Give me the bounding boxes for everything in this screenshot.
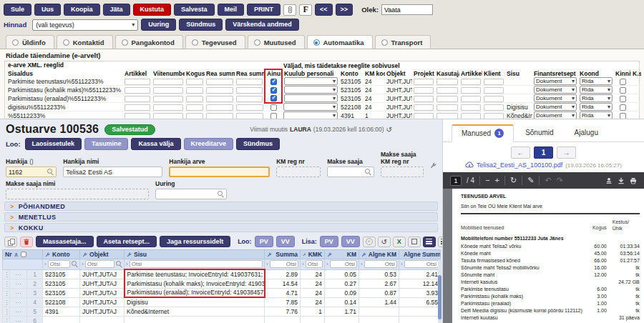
ainus-checkbox[interactable] (270, 113, 277, 119)
kinnita-checkbox[interactable] (620, 79, 626, 85)
summa-cell[interactable]: 14.54 (265, 279, 301, 288)
ainus-checkbox[interactable] (270, 79, 277, 85)
ainus-checkbox[interactable] (270, 104, 277, 111)
rea-summa-kun-input[interactable] (236, 113, 263, 119)
makse-saaja-km-input[interactable] (381, 167, 424, 177)
section-kokku[interactable]: >KOKKU (4, 223, 438, 232)
delete-rows-button[interactable] (20, 237, 33, 247)
kinnita-checkbox[interactable] (620, 87, 626, 94)
algne-km-cell[interactable] (359, 316, 399, 323)
km-filter-input[interactable] (330, 260, 357, 268)
rea-summa-kun-input[interactable] (236, 104, 263, 111)
uuring-button[interactable]: Uuring (141, 19, 176, 31)
drag-handle[interactable]: ⋮ (3, 279, 10, 288)
lisa-pv-button[interactable]: PV (320, 236, 338, 248)
konto-cell[interactable]: 523105 (43, 288, 80, 297)
pdf-viewer[interactable]: TEENUSED ARVEL Siin on Teie OÜ Meie Klie… (443, 189, 644, 323)
normal-view-button[interactable] (438, 237, 442, 247)
drag-handle[interactable]: ⋮ (3, 269, 10, 279)
koond-select[interactable]: Rida▾ (580, 103, 613, 111)
pdf-page-input[interactable]: 1 (450, 176, 462, 186)
pager-prev-button[interactable]: ← (511, 146, 530, 159)
sundmus-create-button[interactable]: Sündmus (236, 138, 280, 150)
rea-summa-kun-input[interactable] (236, 79, 263, 85)
tab-automaatika[interactable]: Automaatika (307, 35, 373, 49)
klient-input[interactable] (484, 87, 504, 94)
sisu-filter-input[interactable] (130, 260, 263, 268)
tab-ajalugu[interactable]: Ajalugu (565, 124, 608, 141)
attachment-file-link[interactable]: Telisa2_Eesti_AS_100100.pdf (477, 162, 562, 169)
artikkel-input[interactable] (125, 113, 150, 119)
ainus-checkbox[interactable] (270, 95, 277, 101)
meil-button[interactable]: Meil (218, 4, 245, 16)
tasumine-button[interactable]: Tasumine (84, 138, 128, 150)
drag-handle[interactable]: ⋮ (3, 316, 10, 323)
pager-next-button[interactable]: → (557, 146, 576, 159)
projekt-input[interactable] (414, 87, 434, 94)
artikkel2-input[interactable] (461, 113, 481, 119)
varskenda-andmed-button[interactable]: Värskenda andmed (225, 19, 299, 31)
algne-summa-cell[interactable] (399, 307, 441, 316)
rea-summa-input[interactable] (206, 104, 233, 111)
settings-wrench-icon[interactable] (430, 162, 436, 170)
finantsretsept-select[interactable]: Dokument▾ (534, 86, 577, 94)
tab-pangakontod[interactable]: Pangakontod (115, 35, 183, 49)
kasutaja-input[interactable] (436, 87, 458, 94)
finantsretsept-select[interactable]: Dokument▾ (534, 77, 577, 85)
tab-manused[interactable]: Manused 1 (452, 124, 514, 142)
forum-button[interactable]: F (299, 4, 312, 16)
km-cell[interactable] (325, 316, 359, 323)
viitenumber-input[interactable] (153, 96, 183, 102)
uuring-input[interactable] (155, 189, 227, 199)
kmk-cell[interactable] (301, 316, 325, 323)
rea-summa-kun-input[interactable] (236, 96, 263, 102)
kmk-filter-input[interactable] (306, 260, 323, 268)
algne-summa-cell[interactable]: 12.14 (399, 279, 441, 288)
sisu-cell-highlighted[interactable]: Parkimistasu (eraalad); InvoiceEntryId: … (125, 288, 265, 297)
section-menetlus[interactable]: >MENETLUS (4, 212, 438, 222)
print-button[interactable]: PRINT (247, 4, 280, 16)
klient-input[interactable] (484, 104, 504, 111)
hankija-nimi-input[interactable]: Telisa2 Eesti AS (63, 167, 162, 177)
klient-input[interactable] (484, 79, 504, 85)
hinnad-link[interactable]: Hinnad (4, 21, 26, 29)
km-cell[interactable]: 0.05 (325, 269, 359, 279)
row-menu-button[interactable]: ··· (10, 307, 27, 316)
kuulub-personali-select[interactable]: ▾ (283, 111, 338, 119)
kuulub-personali-select[interactable]: ▾ (284, 77, 338, 85)
viitenumber-input[interactable] (153, 79, 183, 85)
algne-summa-cell[interactable]: 3.93 (399, 288, 441, 297)
finantsretsept-select[interactable]: Dokument▾ (534, 111, 577, 119)
kogus-input[interactable] (186, 87, 203, 94)
artikkel2-input[interactable] (461, 96, 481, 102)
row-menu-button[interactable]: ··· (10, 269, 27, 279)
projekt-input[interactable] (414, 104, 434, 111)
redo-icon[interactable]: ↷ (557, 177, 563, 184)
projekt-input[interactable] (414, 113, 434, 119)
aseta-retsept-button[interactable]: Aseta retsept... (97, 236, 157, 248)
next-document-button[interactable]: >> (336, 4, 353, 16)
pager-page-1[interactable]: 1 (534, 146, 553, 159)
loo-vv-button[interactable]: VV (276, 236, 295, 248)
sisu-cell[interactable] (125, 316, 265, 323)
tab-kontaktid[interactable]: Kontaktid (57, 35, 113, 49)
finantsretsept-select[interactable]: Dokument▾ (534, 103, 577, 111)
massasetaja-button[interactable]: Massasetaja... (36, 236, 94, 248)
konto-cell[interactable]: 523105 (43, 269, 80, 279)
klient-input[interactable] (484, 113, 504, 119)
tab-uldinfo[interactable]: Üldinfo (6, 35, 54, 49)
rea-summa-kun-input[interactable] (236, 87, 263, 94)
artikkel2-input[interactable] (461, 104, 481, 111)
kreeditarve-button[interactable]: Kreeditarve (184, 138, 234, 150)
koond-select[interactable]: Rida▾ (580, 94, 613, 102)
objekt-cell[interactable]: JUHT,JUTAJ (80, 307, 125, 316)
dense-view-button[interactable] (423, 237, 436, 247)
kasutaja-input[interactable] (436, 96, 458, 102)
summa-cell[interactable] (265, 316, 301, 323)
koond-select[interactable]: Rida▾ (580, 111, 613, 119)
km-cell[interactable]: 0.14 (325, 297, 359, 307)
kustuta-button[interactable]: Kustuta (133, 4, 172, 16)
tab-muutused[interactable]: Muutused (248, 35, 305, 49)
ainus-checkbox[interactable] (270, 87, 277, 94)
download-icon[interactable] (618, 177, 625, 184)
